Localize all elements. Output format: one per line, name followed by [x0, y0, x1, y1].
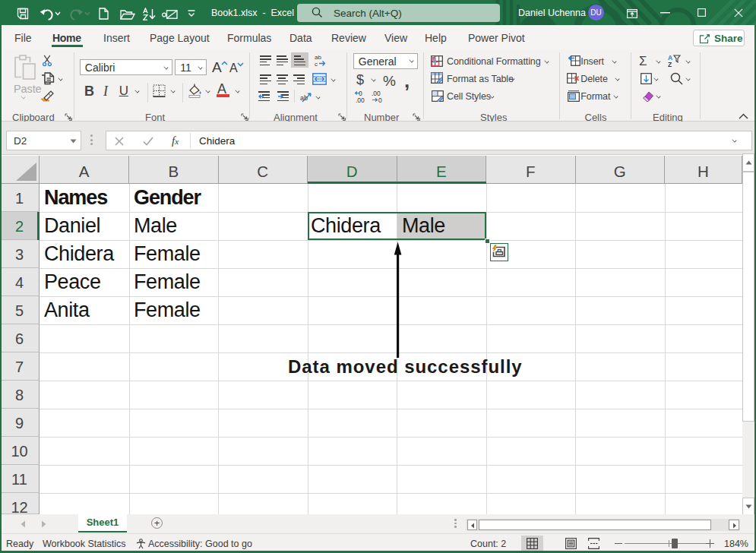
svg-text:0: 0: [378, 96, 382, 103]
svg-text:Z: Z: [668, 61, 672, 68]
svg-text:.00: .00: [356, 96, 365, 103]
svg-text:c: c: [315, 61, 318, 67]
svg-text:ab: ab: [315, 54, 321, 61]
